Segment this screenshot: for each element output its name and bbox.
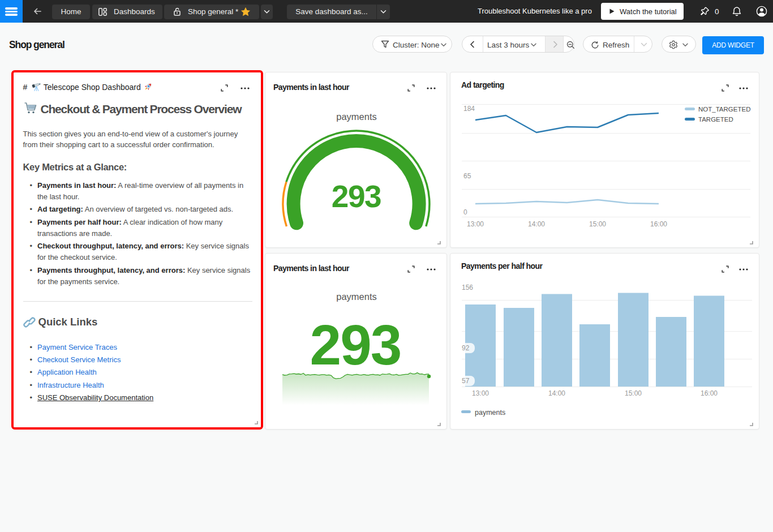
svg-text:13:00: 13:00 (467, 220, 484, 228)
svg-text:92: 92 (462, 344, 470, 352)
svg-text:65: 65 (463, 172, 471, 180)
svg-text:0: 0 (463, 208, 467, 216)
svg-text:156: 156 (462, 284, 473, 291)
svg-text:293: 293 (332, 179, 381, 214)
svg-text:TARGETED: TARGETED (698, 116, 733, 123)
svg-text:15:00: 15:00 (589, 220, 606, 228)
svg-text:payments: payments (475, 409, 505, 417)
svg-text:NOT_TARGETED: NOT_TARGETED (698, 106, 750, 113)
svg-text:15:00: 15:00 (625, 389, 642, 397)
svg-text:13:00: 13:00 (472, 389, 489, 397)
svg-text:184: 184 (463, 105, 475, 113)
svg-text:16:00: 16:00 (650, 220, 667, 228)
svg-text:14:00: 14:00 (548, 389, 565, 397)
svg-text:14:00: 14:00 (528, 220, 545, 228)
svg-text:57: 57 (462, 377, 470, 385)
svg-text:293: 293 (310, 313, 401, 376)
svg-text:16:00: 16:00 (701, 389, 718, 397)
